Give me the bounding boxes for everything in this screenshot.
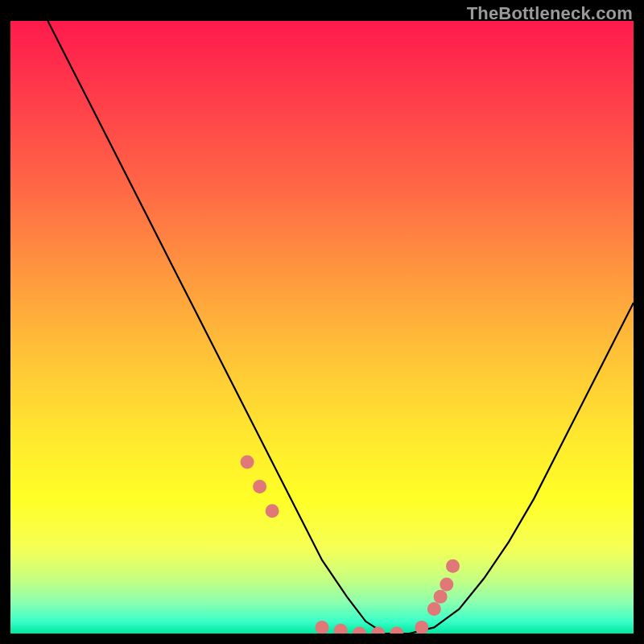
curve-marker: [253, 480, 266, 493]
chart-area: [10, 21, 634, 634]
curve-marker: [371, 627, 385, 634]
curve-marker: [334, 624, 348, 634]
curve-line: [47, 21, 634, 634]
curve-marker: [390, 627, 403, 634]
curve-markers: [241, 455, 460, 634]
curve-marker: [415, 621, 428, 634]
chart-svg: [10, 21, 634, 634]
curve-marker: [440, 578, 453, 592]
watermark-text: TheBottleneck.com: [467, 3, 633, 24]
curve-marker: [434, 590, 448, 604]
curve-marker: [241, 455, 254, 469]
curve-marker: [266, 504, 279, 518]
curve-marker: [353, 627, 366, 634]
curve-marker: [427, 602, 441, 616]
curve-marker: [446, 559, 460, 573]
curve-marker: [316, 621, 329, 634]
